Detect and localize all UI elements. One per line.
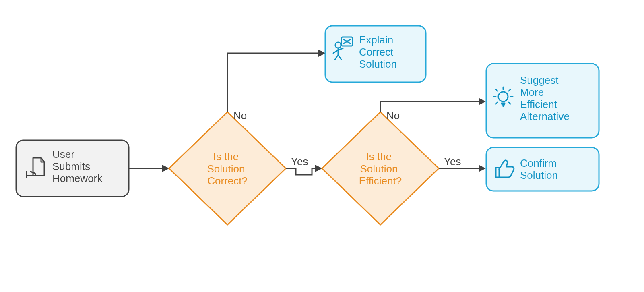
edge-d1-yes: [286, 168, 321, 175]
node-decision-efficient: Is the Solution Efficient?: [322, 112, 439, 225]
node-outcome-suggest: Suggest More Efficient Alternative: [486, 64, 599, 138]
label-d1-no: No: [233, 110, 247, 122]
node-decision-correct: Is the Solution Correct?: [169, 112, 286, 225]
label-d2-yes: Yes: [444, 155, 461, 168]
label-d2-no: No: [386, 110, 400, 122]
flowchart-canvas: User Submits Homework Is the Solution Co…: [0, 0, 644, 292]
node-outcome-confirm: Confirm Solution: [486, 147, 599, 191]
node-outcome-explain: Explain Correct Solution: [325, 26, 426, 82]
label-d1-yes: Yes: [291, 155, 308, 168]
edge-d1-no: [227, 53, 324, 112]
node-start: User Submits Homework: [16, 140, 129, 197]
node-outcome-confirm-text: Confirm Solution: [520, 157, 559, 181]
node-outcome-explain-text: Explain Correct Solution: [359, 34, 397, 70]
node-decision-correct-text: Is the Solution Correct?: [207, 151, 248, 187]
